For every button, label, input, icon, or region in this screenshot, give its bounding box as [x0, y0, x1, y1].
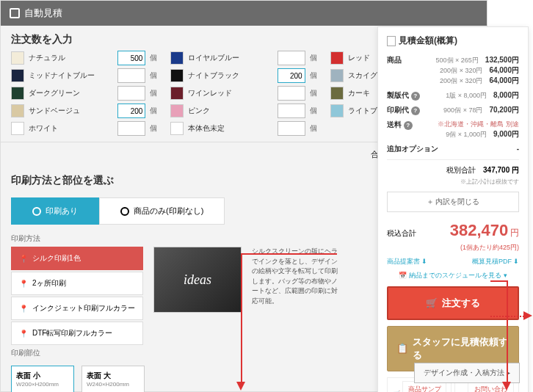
print-area-option[interactable]: 表面 大W240×H200mm — [81, 366, 145, 392]
subtotal-note: ※上記小計は税抜です — [387, 178, 519, 186]
help-icon[interactable]: ? — [404, 121, 413, 130]
estimate-title: 見積金額(概算) — [387, 35, 519, 47]
color-name: ナチュラル — [29, 53, 113, 63]
calculator-icon — [10, 8, 20, 18]
quote-pdf-link[interactable]: 概算見積PDF ⬇ — [472, 257, 519, 266]
print-tab[interactable]: 印刷あり — [11, 197, 99, 225]
color-swatch — [170, 122, 184, 135]
qty-input[interactable] — [278, 51, 305, 65]
color-name: ホワイト — [29, 123, 113, 134]
color-swatch — [170, 51, 184, 65]
callout-line — [507, 280, 508, 383]
callout-dotted-line — [490, 316, 524, 317]
callout-line — [490, 280, 508, 282]
help-icon[interactable]: ? — [411, 92, 420, 101]
qty-input[interactable] — [117, 104, 145, 118]
color-swatch — [11, 104, 24, 117]
per-unit-price: (1個あたり約425円) — [387, 243, 519, 253]
qty-input[interactable] — [117, 121, 145, 136]
print-method-item[interactable]: 📍2ヶ所印刷 — [11, 272, 143, 295]
color-swatch — [170, 104, 184, 117]
estimate-key: 商品 — [387, 55, 402, 65]
method-preview-image: ideas — [153, 247, 242, 313]
qty-input[interactable] — [117, 51, 145, 65]
unit-label: 個 — [310, 88, 317, 98]
unit-label: 個 — [150, 88, 157, 98]
pin-icon: 📍 — [19, 255, 28, 263]
color-name: ワインレッド — [188, 88, 272, 98]
qty-input[interactable] — [278, 104, 305, 118]
qty-input[interactable] — [117, 68, 145, 83]
radio-icon — [32, 207, 41, 216]
estimate-key: 製版代 ? — [387, 90, 420, 101]
color-swatch — [170, 69, 184, 82]
radio-icon — [120, 207, 129, 216]
qty-input[interactable] — [278, 121, 305, 136]
color-swatch — [11, 51, 24, 65]
color-swatch — [170, 87, 184, 100]
print-method-item[interactable]: 📍DTF転写印刷フルカラー — [11, 322, 143, 345]
window-header: 自動見積 — [1, 1, 487, 26]
color-swatch — [330, 104, 344, 117]
schedule-link[interactable]: 📅 納品までのスケジュールを見る ▾ — [387, 271, 519, 280]
unit-label: 個 — [150, 123, 157, 134]
color-swatch — [330, 87, 344, 100]
print-method-item[interactable]: 📍インクジェット印刷フルカラー — [11, 297, 143, 320]
unit-label: 個 — [310, 53, 317, 63]
header-title: 自動見積 — [24, 7, 62, 20]
color-name: 本体色未定 — [188, 123, 272, 134]
print-method-item[interactable]: 📍シルク印刷1色 — [11, 247, 143, 270]
pin-icon: 📍 — [19, 280, 28, 288]
design-method-button[interactable]: デザイン作成・入稿方法 ▸ — [414, 363, 520, 383]
subtotal-value: 347,700 円 — [483, 166, 519, 174]
color-name: サンドベージュ — [29, 106, 113, 116]
document-icon — [387, 36, 396, 46]
arrow-down-icon — [502, 382, 511, 391]
color-swatch — [330, 69, 344, 82]
color-swatch — [330, 51, 344, 65]
pin-icon: 📍 — [19, 330, 28, 338]
qty-input[interactable] — [278, 86, 305, 101]
estimate-key: 追加オプション — [387, 144, 438, 154]
color-swatch — [11, 87, 24, 100]
pin-icon: 📍 — [19, 305, 28, 313]
unit-label: 個 — [150, 53, 157, 63]
help-icon[interactable]: ? — [411, 106, 420, 115]
collapse-breakdown[interactable]: ＋ 内訳を閉じる — [387, 192, 519, 212]
color-name: ロイヤルブルー — [188, 53, 272, 63]
color-name: ミッドナイトブルー — [29, 70, 113, 81]
print-area-option[interactable]: 表面 小W200×H200mm✓ — [11, 366, 74, 392]
color-swatch — [11, 122, 24, 135]
color-swatch — [11, 69, 24, 82]
color-name: ピンク — [188, 106, 272, 116]
unit-label: 個 — [150, 70, 157, 81]
callout-line — [242, 253, 337, 255]
unit-label: 個 — [310, 70, 317, 81]
order-button[interactable]: 🛒 注文する — [387, 286, 519, 320]
arrow-right-icon — [523, 311, 532, 320]
callout-line — [241, 253, 242, 382]
grand-total-label: 税込合計 — [387, 228, 416, 239]
color-name: ナイトブラック — [188, 70, 272, 81]
qty-input[interactable] — [117, 86, 145, 101]
color-name: ダークグリーン — [29, 88, 113, 98]
qty-input[interactable] — [278, 68, 305, 83]
arrow-down-icon — [236, 382, 245, 391]
estimate-key: 送料 ? — [387, 120, 413, 130]
estimate-key: 印刷代 ? — [387, 105, 420, 115]
unit-label: 個 — [150, 106, 157, 116]
print-tab[interactable]: 商品のみ(印刷なし) — [99, 197, 225, 225]
unit-label: 個 — [310, 123, 317, 134]
unit-label: 個 — [310, 106, 317, 116]
grand-total-value: 382,470 — [450, 221, 509, 239]
method-description: シルクスクリーンの版にヘラでインクを落とし、デザインの絵柄や文字を転写して印刷し… — [252, 247, 340, 345]
proposal-link[interactable]: 商品提案書 ⬇ — [387, 257, 427, 266]
